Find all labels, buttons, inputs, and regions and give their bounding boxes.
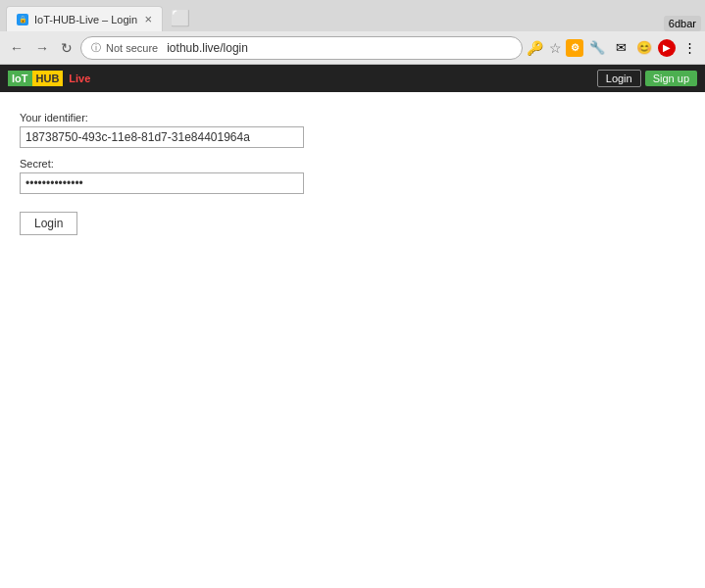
secret-label: Secret: — [20, 158, 685, 170]
brand-live: Live — [63, 71, 96, 86]
tab-title: IoT-HUB-Live – Login — [34, 14, 138, 25]
extension-icon-5[interactable]: ▶ — [658, 39, 676, 57]
secret-input[interactable] — [20, 172, 304, 194]
browser-chrome: 🔒 IoT-HUB-Live – Login × ⬜ 6dbar ← → ↻ ⓘ… — [0, 0, 705, 65]
address-icons: 🔑 ☆ — [527, 40, 562, 56]
profile-label: 6dbar — [664, 16, 701, 31]
address-bar: ← → ↻ ⓘ Not secure iothub.live/login 🔑 ☆… — [0, 31, 705, 65]
brand-iot: IoT — [8, 71, 32, 86]
menu-button[interactable]: ⋮ — [680, 38, 699, 58]
brand: IoT HUB Live — [8, 71, 96, 86]
brand-hub: HUB — [32, 71, 64, 86]
security-icon: ⓘ — [91, 41, 101, 55]
browser-tab[interactable]: 🔒 IoT-HUB-Live – Login × — [6, 6, 163, 31]
identifier-input[interactable] — [20, 126, 304, 148]
extension-icon-2[interactable]: 🔧 — [587, 38, 607, 58]
extension-icon-3[interactable]: ✉ — [611, 38, 630, 58]
new-tab-button[interactable]: ⬜ — [163, 5, 198, 31]
tab-bar: 🔒 IoT-HUB-Live – Login × ⬜ 6dbar — [0, 0, 705, 31]
toolbar-icons: ⚙ 🔧 ✉ 😊 ▶ ⋮ — [566, 38, 699, 58]
address-input-wrap[interactable]: ⓘ Not secure iothub.live/login — [80, 36, 523, 60]
back-button[interactable]: ← — [6, 38, 27, 58]
nav-login-button[interactable]: Login — [597, 70, 641, 87]
star-icon[interactable]: ☆ — [549, 40, 562, 56]
address-text: iothub.live/login — [167, 41, 512, 55]
empty-area — [0, 563, 705, 588]
identifier-label: Your identifier: — [20, 112, 685, 123]
app-navbar: IoT HUB Live Login Sign up — [0, 65, 705, 92]
forward-button[interactable]: → — [31, 38, 53, 58]
tab-extra: 6dbar — [664, 16, 701, 31]
identifier-group: Your identifier: — [20, 112, 685, 148]
secret-group: Secret: — [20, 158, 685, 194]
extension-icon-1[interactable]: ⚙ — [566, 39, 583, 57]
key-icon: 🔑 — [527, 40, 543, 56]
tab-favicon: 🔒 — [17, 14, 28, 25]
tab-close-button[interactable]: × — [144, 12, 152, 26]
page-content: Your identifier: Secret: Login — [0, 92, 705, 563]
extension-icon-4[interactable]: 😊 — [634, 38, 654, 58]
login-button[interactable]: Login — [20, 212, 77, 235]
security-text: Not secure — [106, 42, 158, 54]
reload-button[interactable]: ↻ — [57, 38, 76, 58]
nav-signup-button[interactable]: Sign up — [645, 71, 697, 86]
